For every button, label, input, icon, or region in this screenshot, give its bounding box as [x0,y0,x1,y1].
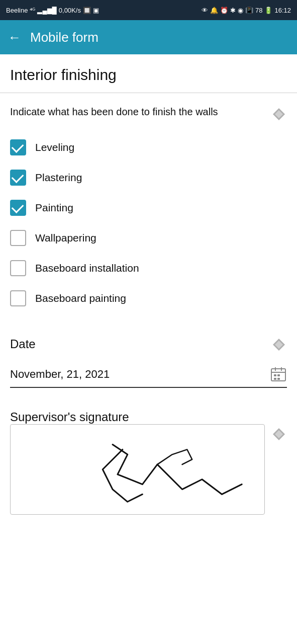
svg-rect-8 [274,374,276,376]
date-value: November, 21, 2021 [10,368,270,381]
screenshot-icon: ▣ [93,7,99,14]
question-text: Indicate what has been done to finish th… [10,105,266,119]
checkbox-item-wallpapering[interactable]: Wallpapering [10,223,287,253]
checkbox-leveling[interactable] [10,139,26,155]
back-button[interactable]: ← [8,30,21,45]
signature-drawing [11,425,264,514]
do-not-disturb-icon: 🔲 [83,7,91,14]
checkbox-label-plastering: Plastering [35,172,82,184]
battery-text: 78 [255,7,262,14]
speed-text: 0,00K/s [59,7,81,14]
alarm-icon: ⏰ [220,7,228,14]
signature-box[interactable] [10,424,265,515]
checkbox-label-baseboard-installation: Baseboard installation [35,262,139,274]
date-eraser-icon[interactable] [271,337,287,353]
bluetooth-icon: ✱ [230,7,236,14]
checkbox-baseboard-installation[interactable] [10,260,26,276]
checkbox-item-baseboard-installation[interactable]: Baseboard installation [10,253,287,283]
checkbox-wallpapering[interactable] [10,230,26,246]
battery-icon: 🔋 [264,7,272,14]
checkbox-label-painting: Painting [35,202,73,214]
date-header: Date [10,336,287,353]
status-bar-right: 👁 🔔 ⏰ ✱ ◉ 📳 78 🔋 16:12 [202,7,291,14]
vibrate-icon: 📳 [245,7,253,14]
checkbox-item-leveling[interactable]: Leveling [10,132,287,163]
svg-rect-9 [277,374,280,376]
eraser-icon[interactable] [271,106,287,122]
svg-rect-11 [277,378,280,380]
calendar-icon[interactable] [270,366,287,383]
signature-eraser-icon[interactable] [271,426,287,442]
time-text: 16:12 [274,7,291,14]
content: Interior finishing Indicate what has bee… [0,54,297,515]
location-icon: ◉ [238,7,243,14]
app-bar-title: Mobile form [30,30,98,45]
checkbox-item-painting[interactable]: Painting [10,193,287,223]
checkbox-label-wallpapering: Wallpapering [35,232,96,244]
signature-area-wrapper [10,424,287,515]
carrier-text: Beeline [6,7,28,14]
date-section: Date November, 21, 2021 [10,321,287,388]
signal-bars: ▂▄▆█ [37,7,56,14]
checkbox-label-leveling: Leveling [35,141,74,153]
status-bar-left: Beeline ⁴ᴳ ▂▄▆█ 0,00K/s 🔲 ▣ [6,7,99,14]
svg-rect-10 [274,378,276,380]
date-label: Date [10,337,36,351]
checkbox-item-baseboard-painting[interactable]: Baseboard painting [10,283,287,313]
checkbox-label-baseboard-painting: Baseboard painting [35,292,126,304]
notification-icon: 🔔 [210,7,218,14]
checkbox-plastering[interactable] [10,170,26,186]
section-title: Interior finishing [10,66,287,84]
signature-section: Supervisor's signature [10,400,287,515]
signal-icon: ⁴ᴳ [30,7,35,14]
signature-label: Supervisor's signature [10,410,129,424]
app-bar: ← Mobile form [0,20,297,54]
checkbox-painting[interactable] [10,200,26,216]
checkbox-baseboard-painting[interactable] [10,290,26,306]
checkbox-item-plastering[interactable]: Plastering [10,163,287,193]
question-header: Indicate what has been done to finish th… [10,105,287,122]
date-field[interactable]: November, 21, 2021 [10,362,287,388]
eye-icon: 👁 [202,7,208,14]
status-bar: Beeline ⁴ᴳ ▂▄▆█ 0,00K/s 🔲 ▣ 👁 🔔 ⏰ ✱ ◉ 📳 … [0,0,297,20]
checkbox-list: Leveling Plastering Painting Wallpaperin… [10,132,287,313]
wall-question-section: Indicate what has been done to finish th… [10,93,287,321]
